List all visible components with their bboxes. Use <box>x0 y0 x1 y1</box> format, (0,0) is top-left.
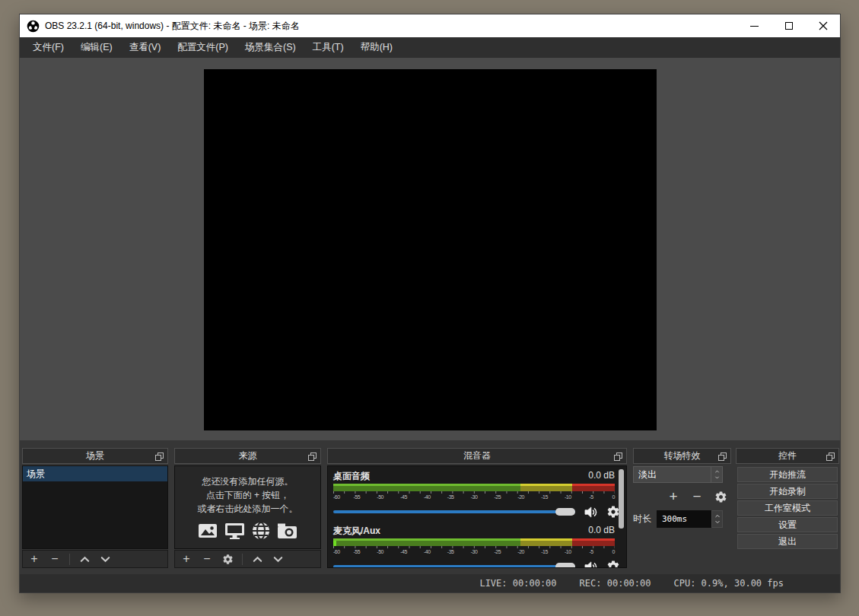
transitions-toolbar: + − <box>633 490 731 503</box>
meter-tick-labels: -60-55-50-45-40-35-30-25-20-15-10-50 <box>333 494 615 501</box>
meter-tick-labels: -60-55-50-45-40-35-30-25-20-15-10-50 <box>333 549 615 556</box>
volume-meter <box>333 484 615 491</box>
combo-spinner-icons[interactable] <box>711 467 722 482</box>
add-icon[interactable]: + <box>28 553 40 565</box>
sources-panel: 来源 您还没有添加任何源。 点击下面的 + 按钮， 或者右击此处添加一个。 <box>174 448 321 568</box>
channel-name: 桌面音频 <box>333 470 370 483</box>
menu-tools[interactable]: 工具(T) <box>304 37 352 58</box>
mixer-channel-desktop-audio: 桌面音频 0.0 dB -60-55-50-45-40-35-30-25-20-… <box>333 470 626 519</box>
dock-zone: 场景 场景 + − 来源 您还没有添加任何源。 点击下面的 + 按钮， <box>20 440 840 574</box>
start-recording-button[interactable]: 开始录制 <box>737 484 838 499</box>
scenes-panel: 场景 场景 + − <box>22 448 168 568</box>
remove-icon[interactable]: − <box>49 553 61 565</box>
scene-list-item[interactable]: 场景 <box>23 466 167 481</box>
popout-icon[interactable] <box>826 452 835 461</box>
menu-profile[interactable]: 配置文件(P) <box>169 37 237 58</box>
transition-duration-row: 时长 300ms <box>633 510 731 528</box>
channel-name: 麦克风/Aux <box>333 525 380 538</box>
toolbar-divider <box>69 554 70 565</box>
mute-speaker-icon[interactable] <box>583 505 598 519</box>
volume-slider[interactable] <box>333 506 575 518</box>
volume-slider-handle[interactable] <box>555 508 575 516</box>
menu-edit[interactable]: 编辑(E) <box>72 37 121 58</box>
volume-meter <box>333 538 615 546</box>
start-streaming-button[interactable]: 开始推流 <box>737 467 838 482</box>
mixer-panel: 混音器 桌面音频 0.0 dB -60-55-50-45-40-35-30-25… <box>327 448 627 568</box>
rec-time: REC: 00:00:00 <box>580 578 651 589</box>
title-bar: OBS 23.2.1 (64-bit, windows) - 配置文件: 未命名… <box>20 14 840 37</box>
volume-slider[interactable] <box>333 560 575 568</box>
transitions-panel: 转场特效 淡出 + − 时长 300ms <box>633 448 731 528</box>
chevron-down-icon <box>714 519 721 525</box>
menu-scene-collection[interactable]: 场景集合(S) <box>237 37 304 58</box>
scene-list: 场景 <box>22 465 168 549</box>
meter-input-level <box>333 538 336 546</box>
image-icon <box>198 522 218 540</box>
popout-icon[interactable] <box>155 452 164 461</box>
preview-canvas <box>204 69 657 430</box>
popout-icon[interactable] <box>308 452 317 461</box>
sources-panel-header: 来源 <box>174 448 321 464</box>
close-icon[interactable] <box>806 14 840 37</box>
duration-spinner[interactable] <box>711 510 723 528</box>
menu-view[interactable]: 查看(V) <box>121 37 170 58</box>
chevron-up-icon <box>714 469 721 474</box>
remove-icon[interactable]: − <box>201 553 213 565</box>
mixer-panel-title: 混音器 <box>463 449 491 462</box>
globe-icon <box>252 522 270 540</box>
sources-empty-line: 点击下面的 + 按钮， <box>206 489 290 502</box>
popout-icon[interactable] <box>718 452 727 461</box>
volume-slider-handle[interactable] <box>555 563 575 568</box>
remove-transition-icon[interactable]: − <box>690 490 704 503</box>
move-up-icon[interactable] <box>78 553 91 565</box>
chevron-down-icon <box>714 475 721 480</box>
meter-tickmarks <box>333 546 615 548</box>
mixer-channel-mic-aux: 麦克风/Aux 0.0 dB -60-55-50-45-40-35-30-25-… <box>333 525 626 568</box>
meter-tickmarks <box>333 491 615 494</box>
live-time: LIVE: 00:00:00 <box>479 578 556 589</box>
sources-toolbar: + − <box>174 550 321 568</box>
controls-panel: 控件 开始推流 开始录制 工作室模式 设置 退出 <box>736 448 839 549</box>
mute-speaker-icon[interactable] <box>583 560 598 568</box>
mixer-panel-header: 混音器 <box>327 448 627 464</box>
camera-icon <box>277 522 297 540</box>
add-transition-icon[interactable]: + <box>667 490 680 503</box>
channel-level-db: 0.0 dB <box>588 525 615 538</box>
sources-empty-line: 或者右击此处添加一个。 <box>198 503 298 516</box>
move-down-icon[interactable] <box>272 553 284 565</box>
status-bar: LIVE: 00:00:00 REC: 00:00:00 CPU: 0.9%, … <box>20 574 840 592</box>
mixer-content: 桌面音频 0.0 dB -60-55-50-45-40-35-30-25-20-… <box>327 465 627 568</box>
menu-help[interactable]: 帮助(H) <box>352 37 401 58</box>
duration-label: 时长 <box>633 513 651 526</box>
maximize-icon[interactable] <box>772 14 806 37</box>
channel-level-db: 0.0 dB <box>588 470 615 483</box>
minimize-icon[interactable] <box>737 14 772 37</box>
chevron-up-icon <box>714 513 721 519</box>
popout-icon[interactable] <box>614 452 622 461</box>
studio-mode-button[interactable]: 工作室模式 <box>737 500 838 516</box>
controls-panel-header: 控件 <box>736 448 839 464</box>
scenes-panel-title: 场景 <box>86 449 104 462</box>
workspace <box>20 58 840 440</box>
cpu-fps-stats: CPU: 0.9%, 30.00 fps <box>674 578 784 589</box>
transition-select[interactable]: 淡出 <box>633 466 723 483</box>
sources-empty-area[interactable]: 您还没有添加任何源。 点击下面的 + 按钮， 或者右击此处添加一个。 <box>174 465 321 549</box>
add-icon[interactable]: + <box>180 553 192 565</box>
mixer-scrollbar[interactable] <box>619 469 624 529</box>
menu-bar: 文件(F) 编辑(E) 查看(V) 配置文件(P) 场景集合(S) 工具(T) … <box>20 37 840 58</box>
move-down-icon[interactable] <box>99 553 111 565</box>
channel-settings-gear-icon[interactable] <box>606 560 621 568</box>
transitions-panel-header: 转场特效 <box>633 448 731 464</box>
settings-button[interactable]: 设置 <box>737 517 838 532</box>
properties-gear-icon[interactable] <box>221 553 234 565</box>
obs-window: OBS 23.2.1 (64-bit, windows) - 配置文件: 未命名… <box>19 14 841 593</box>
source-type-icons <box>198 522 297 540</box>
scenes-panel-header: 场景 <box>22 448 168 464</box>
transition-selected-value: 淡出 <box>634 467 711 482</box>
move-up-icon[interactable] <box>251 553 263 565</box>
menu-file[interactable]: 文件(F) <box>24 37 72 58</box>
toolbar-divider <box>242 554 243 565</box>
transition-properties-gear-icon[interactable] <box>714 490 727 503</box>
duration-input[interactable]: 300ms <box>657 510 711 528</box>
exit-button[interactable]: 退出 <box>737 534 838 549</box>
